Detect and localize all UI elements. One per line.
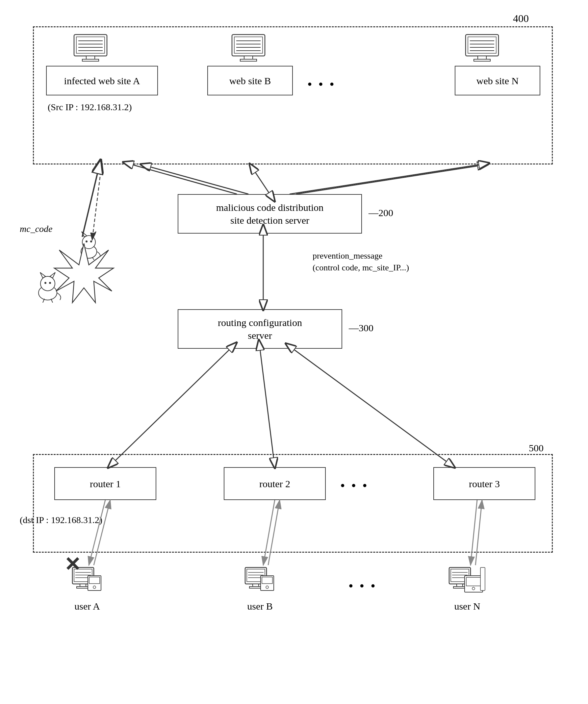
user-n-section: user N bbox=[448, 566, 487, 612]
router1-box: router 1 bbox=[54, 467, 156, 500]
user-n-label: user N bbox=[454, 601, 480, 612]
computer-icon-n bbox=[448, 566, 487, 599]
ref-400: 400 bbox=[513, 12, 529, 25]
svg-rect-52 bbox=[466, 577, 481, 586]
svg-line-84 bbox=[260, 349, 275, 467]
svg-line-86 bbox=[92, 161, 102, 240]
website-n-box: web site N bbox=[455, 66, 540, 96]
svg-rect-49 bbox=[457, 584, 463, 587]
svg-rect-42 bbox=[262, 577, 273, 584]
svg-line-77 bbox=[141, 165, 248, 194]
svg-rect-7 bbox=[82, 59, 99, 61]
user-b-section: user B bbox=[243, 566, 276, 612]
monitor-b bbox=[230, 33, 267, 64]
svg-line-81 bbox=[290, 165, 480, 194]
monitor-n bbox=[464, 33, 500, 64]
svg-marker-65 bbox=[81, 232, 87, 237]
svg-point-59 bbox=[45, 282, 46, 284]
svg-rect-15 bbox=[240, 59, 257, 61]
svg-line-79 bbox=[250, 165, 270, 194]
user-a-label: user A bbox=[74, 601, 100, 612]
svg-line-78 bbox=[132, 165, 237, 194]
svg-rect-6 bbox=[86, 56, 95, 59]
ref-300: —300 bbox=[349, 322, 373, 334]
svg-line-93 bbox=[82, 161, 100, 237]
explosion-burst bbox=[48, 240, 120, 307]
mc-code-label: mc_code bbox=[20, 224, 53, 234]
user-dots: • • • bbox=[349, 579, 377, 593]
dst-ip-label: (dst IP : 192.168.31.2) bbox=[20, 515, 102, 525]
svg-rect-39 bbox=[253, 584, 258, 587]
svg-rect-23 bbox=[474, 59, 490, 61]
monitor-infected bbox=[72, 33, 109, 64]
prevention-message-label: prevention_message (control code, mc_sit… bbox=[312, 250, 409, 274]
svg-marker-71 bbox=[54, 243, 114, 303]
computer-icon-b bbox=[243, 566, 276, 599]
ref-500: 500 bbox=[529, 443, 543, 454]
infected-website-box: infected web site A bbox=[46, 66, 158, 96]
website-b-box: web site B bbox=[207, 66, 293, 96]
router-dots: • • • bbox=[341, 479, 369, 492]
svg-rect-14 bbox=[244, 56, 253, 59]
svg-rect-29 bbox=[80, 584, 86, 587]
svg-line-83 bbox=[109, 349, 230, 467]
blocked-x: ✕ bbox=[64, 553, 80, 576]
website-dots: • • • bbox=[308, 77, 336, 91]
user-b-label: user B bbox=[247, 601, 273, 612]
svg-rect-22 bbox=[478, 56, 486, 59]
svg-line-85 bbox=[293, 349, 454, 467]
diagram: 400 bbox=[0, 0, 588, 704]
svg-marker-57 bbox=[40, 273, 45, 278]
src-ip-label: (Src IP : 192.168.31.2) bbox=[48, 102, 132, 113]
svg-marker-66 bbox=[91, 232, 96, 237]
router2-box: router 2 bbox=[224, 467, 326, 500]
svg-rect-54 bbox=[480, 568, 485, 590]
routing-server-box: routing configuration server bbox=[178, 309, 342, 349]
svg-line-80 bbox=[296, 165, 487, 194]
svg-rect-40 bbox=[249, 587, 262, 588]
svg-rect-30 bbox=[77, 587, 89, 588]
detection-server-box: malicious code distribution site detecti… bbox=[178, 194, 362, 234]
ref-200: —200 bbox=[368, 207, 393, 219]
router3-box: router 3 bbox=[433, 467, 535, 500]
svg-rect-32 bbox=[89, 577, 100, 584]
svg-rect-50 bbox=[454, 587, 466, 588]
